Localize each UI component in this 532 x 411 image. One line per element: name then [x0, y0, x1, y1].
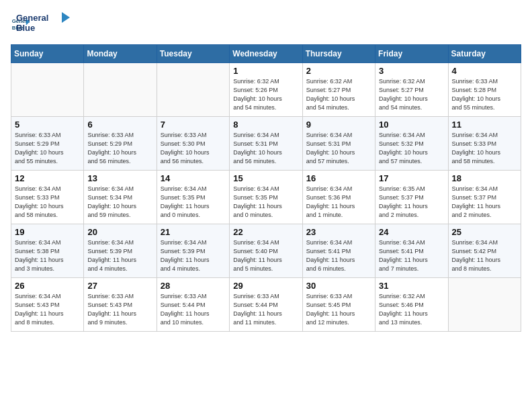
day-number: 3 — [379, 66, 444, 76]
calendar-cell: 28Sunrise: 6:33 AM Sunset: 5:44 PM Dayli… — [157, 278, 229, 332]
header-friday: Friday — [375, 45, 448, 63]
calendar-week-4: 19Sunrise: 6:34 AM Sunset: 5:38 PM Dayli… — [11, 224, 521, 278]
day-number: 12 — [15, 173, 80, 183]
calendar-header-row: SundayMondayTuesdayWednesdayThursdayFrid… — [11, 45, 521, 63]
calendar-cell: 25Sunrise: 6:34 AM Sunset: 5:42 PM Dayli… — [448, 224, 521, 278]
calendar-cell: 26Sunrise: 6:34 AM Sunset: 5:43 PM Dayli… — [11, 278, 84, 332]
calendar-cell: 5Sunrise: 6:33 AM Sunset: 5:29 PM Daylig… — [11, 117, 84, 171]
calendar-cell — [11, 63, 84, 117]
calendar-cell: 20Sunrise: 6:34 AM Sunset: 5:39 PM Dayli… — [84, 224, 157, 278]
day-number: 11 — [452, 120, 517, 130]
logo: General Blue General Blue — [11, 11, 70, 38]
day-number: 29 — [233, 281, 298, 291]
cell-info: Sunrise: 6:33 AM Sunset: 5:29 PM Dayligh… — [87, 131, 152, 166]
cell-info: Sunrise: 6:34 AM Sunset: 5:43 PM Dayligh… — [15, 292, 80, 327]
calendar-cell: 19Sunrise: 6:34 AM Sunset: 5:38 PM Dayli… — [11, 224, 84, 278]
calendar-cell: 13Sunrise: 6:34 AM Sunset: 5:34 PM Dayli… — [84, 171, 157, 224]
calendar-cell: 10Sunrise: 6:34 AM Sunset: 5:32 PM Dayli… — [375, 117, 448, 171]
cell-info: Sunrise: 6:34 AM Sunset: 5:35 PM Dayligh… — [161, 185, 226, 220]
calendar-cell — [157, 63, 229, 117]
day-number: 30 — [306, 281, 371, 291]
cell-info: Sunrise: 6:32 AM Sunset: 5:27 PM Dayligh… — [306, 77, 371, 112]
cell-info: Sunrise: 6:33 AM Sunset: 5:30 PM Dayligh… — [161, 131, 226, 166]
cell-info: Sunrise: 6:34 AM Sunset: 5:31 PM Dayligh… — [306, 131, 371, 166]
cell-info: Sunrise: 6:35 AM Sunset: 5:37 PM Dayligh… — [379, 185, 444, 220]
calendar-cell: 22Sunrise: 6:34 AM Sunset: 5:40 PM Dayli… — [230, 224, 302, 278]
day-number: 10 — [379, 120, 444, 130]
cell-info: Sunrise: 6:33 AM Sunset: 5:44 PM Dayligh… — [233, 292, 298, 327]
header-monday: Monday — [84, 45, 157, 63]
cell-info: Sunrise: 6:34 AM Sunset: 5:35 PM Dayligh… — [233, 185, 298, 220]
day-number: 1 — [233, 66, 298, 76]
calendar-cell: 12Sunrise: 6:34 AM Sunset: 5:33 PM Dayli… — [11, 171, 84, 224]
calendar-cell: 15Sunrise: 6:34 AM Sunset: 5:35 PM Dayli… — [230, 171, 302, 224]
calendar-cell: 6Sunrise: 6:33 AM Sunset: 5:29 PM Daylig… — [84, 117, 157, 171]
day-number: 17 — [379, 173, 444, 183]
day-number: 25 — [452, 227, 517, 237]
calendar-cell: 29Sunrise: 6:33 AM Sunset: 5:44 PM Dayli… — [230, 278, 302, 332]
day-number: 14 — [161, 173, 226, 183]
day-number: 13 — [87, 173, 152, 183]
calendar-cell: 31Sunrise: 6:32 AM Sunset: 5:46 PM Dayli… — [375, 278, 448, 332]
calendar-cell: 1Sunrise: 6:32 AM Sunset: 5:26 PM Daylig… — [230, 63, 302, 117]
calendar-cell: 14Sunrise: 6:34 AM Sunset: 5:35 PM Dayli… — [157, 171, 229, 224]
day-number: 31 — [379, 281, 444, 291]
calendar-cell: 21Sunrise: 6:34 AM Sunset: 5:39 PM Dayli… — [157, 224, 229, 278]
calendar-week-5: 26Sunrise: 6:34 AM Sunset: 5:43 PM Dayli… — [11, 278, 521, 332]
calendar-cell: 9Sunrise: 6:34 AM Sunset: 5:31 PM Daylig… — [302, 117, 375, 171]
calendar-week-2: 5Sunrise: 6:33 AM Sunset: 5:29 PM Daylig… — [11, 117, 521, 171]
cell-info: Sunrise: 6:34 AM Sunset: 5:41 PM Dayligh… — [306, 238, 371, 273]
calendar-cell: 3Sunrise: 6:32 AM Sunset: 5:27 PM Daylig… — [375, 63, 448, 117]
cell-info: Sunrise: 6:34 AM Sunset: 5:42 PM Dayligh… — [452, 238, 517, 273]
cell-info: Sunrise: 6:33 AM Sunset: 5:45 PM Dayligh… — [306, 292, 371, 327]
calendar-week-3: 12Sunrise: 6:34 AM Sunset: 5:33 PM Dayli… — [11, 171, 521, 224]
cell-info: Sunrise: 6:34 AM Sunset: 5:31 PM Dayligh… — [233, 131, 298, 166]
cell-info: Sunrise: 6:34 AM Sunset: 5:36 PM Dayligh… — [306, 185, 371, 220]
cell-info: Sunrise: 6:34 AM Sunset: 5:34 PM Dayligh… — [87, 185, 152, 220]
cell-info: Sunrise: 6:34 AM Sunset: 5:39 PM Dayligh… — [87, 238, 152, 273]
calendar-cell: 24Sunrise: 6:34 AM Sunset: 5:41 PM Dayli… — [375, 224, 448, 278]
day-number: 2 — [306, 66, 371, 76]
day-number: 26 — [15, 281, 80, 291]
day-number: 4 — [452, 66, 517, 76]
day-number: 27 — [87, 281, 152, 291]
calendar-table: SundayMondayTuesdayWednesdayThursdayFrid… — [11, 44, 521, 332]
header-saturday: Saturday — [448, 45, 521, 63]
cell-info: Sunrise: 6:33 AM Sunset: 5:44 PM Dayligh… — [161, 292, 226, 327]
cell-info: Sunrise: 6:32 AM Sunset: 5:26 PM Dayligh… — [233, 77, 298, 112]
cell-info: Sunrise: 6:34 AM Sunset: 5:38 PM Dayligh… — [15, 238, 80, 273]
day-number: 6 — [87, 120, 152, 130]
logo-svg: General Blue — [16, 11, 70, 35]
calendar-cell: 30Sunrise: 6:33 AM Sunset: 5:45 PM Dayli… — [302, 278, 375, 332]
header-sunday: Sunday — [11, 45, 84, 63]
cell-info: Sunrise: 6:32 AM Sunset: 5:46 PM Dayligh… — [379, 292, 444, 327]
calendar-cell: 27Sunrise: 6:33 AM Sunset: 5:43 PM Dayli… — [84, 278, 157, 332]
day-number: 7 — [161, 120, 226, 130]
page-header: General Blue General Blue — [11, 11, 521, 40]
cell-info: Sunrise: 6:34 AM Sunset: 5:33 PM Dayligh… — [452, 131, 517, 166]
calendar-cell — [448, 278, 521, 332]
cell-info: Sunrise: 6:33 AM Sunset: 5:43 PM Dayligh… — [87, 292, 152, 327]
cell-info: Sunrise: 6:34 AM Sunset: 5:39 PM Dayligh… — [161, 238, 226, 273]
header-tuesday: Tuesday — [157, 45, 229, 63]
calendar-cell: 17Sunrise: 6:35 AM Sunset: 5:37 PM Dayli… — [375, 171, 448, 224]
cell-info: Sunrise: 6:34 AM Sunset: 5:41 PM Dayligh… — [379, 238, 444, 273]
svg-marker-6 — [62, 12, 70, 23]
day-number: 5 — [15, 120, 80, 130]
cell-info: Sunrise: 6:34 AM Sunset: 5:33 PM Dayligh… — [15, 185, 80, 220]
header-thursday: Thursday — [302, 45, 375, 63]
header-wednesday: Wednesday — [230, 45, 302, 63]
day-number: 23 — [306, 227, 371, 237]
day-number: 16 — [306, 173, 371, 183]
day-number: 20 — [87, 227, 152, 237]
calendar-cell: 7Sunrise: 6:33 AM Sunset: 5:30 PM Daylig… — [157, 117, 229, 171]
cell-info: Sunrise: 6:34 AM Sunset: 5:32 PM Dayligh… — [379, 131, 444, 166]
day-number: 22 — [233, 227, 298, 237]
cell-info: Sunrise: 6:34 AM Sunset: 5:40 PM Dayligh… — [233, 238, 298, 273]
day-number: 9 — [306, 120, 371, 130]
svg-text:Blue: Blue — [16, 23, 35, 33]
calendar-cell — [84, 63, 157, 117]
svg-text:General: General — [16, 13, 48, 23]
calendar-week-1: 1Sunrise: 6:32 AM Sunset: 5:26 PM Daylig… — [11, 63, 521, 117]
day-number: 24 — [379, 227, 444, 237]
